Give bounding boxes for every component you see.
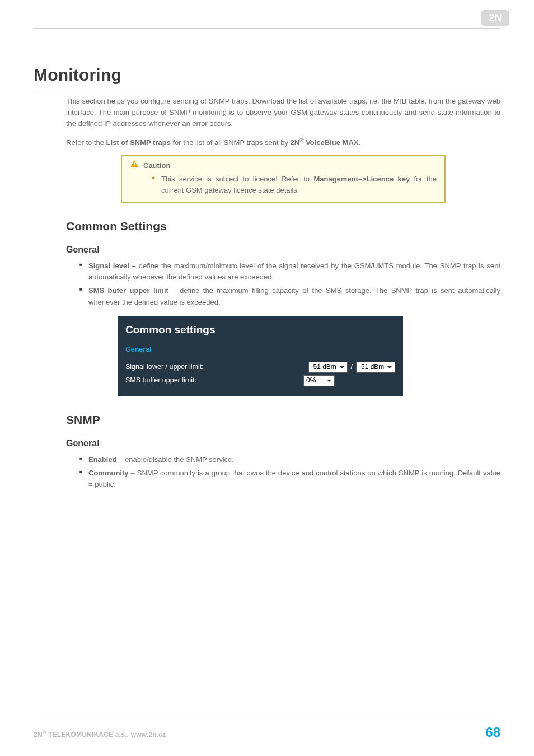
bullet-signal-level: Signal level – define the maximum/minimu…	[79, 260, 500, 283]
bullet-community: Community – SNMP community is a group th…	[79, 468, 500, 490]
refer-paragraph: Refer to the List of SNMP traps for the …	[66, 136, 500, 148]
panel-row-signal: Signal lower / upper limit: -51 dBm / -5…	[125, 362, 395, 373]
signal-lower-value: -51 dBm	[311, 362, 336, 372]
common-settings-heading: Common Settings	[66, 217, 500, 236]
signal-lower-select[interactable]: -51 dBm	[308, 362, 348, 373]
snmp-general-heading: General	[66, 437, 500, 451]
intro-paragraph: This section helps you configure sending…	[66, 96, 500, 129]
brand-logo: 2N	[481, 10, 509, 26]
chevron-down-icon	[386, 363, 394, 372]
footer-company: 2N® TELEKOMUNIKACE a.s., www.2n.cz	[34, 729, 166, 740]
slash-separator: /	[350, 362, 354, 372]
caution-item: This service is subject to licence! Refe…	[152, 174, 437, 196]
chevron-down-icon	[325, 376, 333, 385]
sms-buffer-select[interactable]: 0%	[303, 375, 335, 386]
refer-mid: for the list of all SNMP traps sent by	[171, 138, 291, 147]
refer-prefix: Refer to the	[66, 138, 106, 147]
snmp-bullets: Enabled – enable/disable the SNMP servic…	[66, 454, 500, 490]
divider-top	[34, 28, 500, 29]
chevron-down-icon	[338, 363, 346, 372]
panel-label-signal: Signal lower / upper limit:	[125, 362, 308, 372]
refer-bold-2: 2N® VoiceBlue MAX	[291, 138, 359, 147]
bullet-sms-buffer: SMS bufer upper limit – define the maxim…	[79, 285, 500, 307]
snmp-heading: SNMP	[66, 411, 500, 430]
common-settings-panel: Common settings General Signal lower / u…	[118, 316, 403, 396]
svg-rect-2	[134, 162, 135, 165]
caution-title: Caution	[143, 160, 170, 171]
panel-subtitle: General	[125, 345, 395, 355]
divider-footer	[34, 718, 500, 718]
panel-label-sms: SMS buffer upper limit:	[125, 376, 303, 386]
common-bullets: Signal level – define the maximum/minimu…	[66, 260, 500, 308]
panel-row-sms: SMS buffer upper limit: 0%	[125, 375, 395, 386]
panel-title: Common settings	[125, 323, 395, 338]
refer-bold-1: List of SNMP traps	[106, 138, 171, 147]
refer-suffix: .	[359, 138, 361, 147]
page-number: 68	[485, 722, 500, 743]
bullet-enabled: Enabled – enable/disable the SNMP servic…	[79, 454, 500, 465]
signal-upper-select[interactable]: -51 dBm	[356, 362, 395, 373]
warning-icon	[130, 160, 139, 172]
svg-text:2N: 2N	[489, 12, 502, 24]
page-footer: 2N® TELEKOMUNIKACE a.s., www.2n.cz 68	[34, 718, 500, 743]
common-general-heading: General	[66, 243, 500, 257]
sms-buffer-value: 0%	[306, 376, 316, 385]
signal-upper-value: -51 dBm	[359, 362, 384, 372]
svg-rect-3	[134, 166, 135, 167]
caution-callout: Caution This service is subject to licen…	[121, 155, 446, 202]
page-title: Monitoring	[34, 62, 500, 91]
